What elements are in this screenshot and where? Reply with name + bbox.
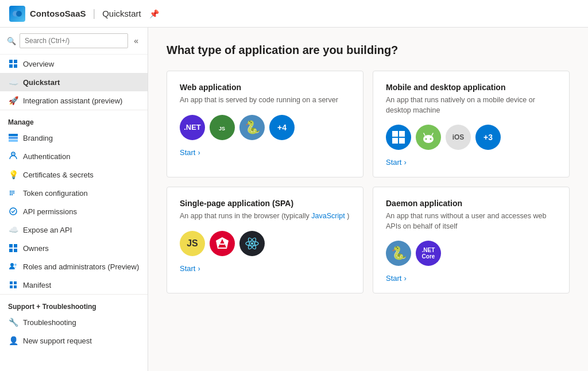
spa-start-link[interactable]: Start › <box>180 264 350 273</box>
mobile-desktop-desc: An app that runs natively on a mobile de… <box>386 95 556 115</box>
sidebar: 🔍 « Overview ☁️ Quickstart 🚀 Integration… <box>0 28 148 371</box>
svg-rect-5 <box>14 64 17 68</box>
angular-icon <box>210 231 235 256</box>
svg-text:JS: JS <box>219 126 225 132</box>
svg-rect-22 <box>9 249 13 252</box>
sidebar-item-token[interactable]: Token configuration <box>0 184 148 202</box>
manifest-icon <box>8 280 18 290</box>
svg-rect-15 <box>11 192 13 194</box>
certificates-label: Certificates & secrets <box>23 171 94 179</box>
api-permissions-icon <box>8 206 18 217</box>
svg-point-38 <box>430 138 432 140</box>
javascript-icon: JS <box>180 231 205 256</box>
sidebar-item-certificates[interactable]: 💡 Certificates & secrets <box>0 165 148 184</box>
daemon-start-link[interactable]: Start › <box>386 274 556 283</box>
start-arrow-icon: › <box>198 148 200 157</box>
app-type-cards-grid: Web application An app that is served by… <box>167 71 570 293</box>
troubleshooting-label: Troubleshooting <box>23 318 76 327</box>
spa-icons: JS <box>180 231 350 256</box>
app-logo <box>9 6 25 22</box>
sidebar-item-expose-api[interactable]: ☁️ Expose an API <box>0 221 148 239</box>
sidebar-item-overview[interactable]: Overview <box>0 55 148 73</box>
svg-line-39 <box>424 133 425 136</box>
token-icon <box>8 188 18 198</box>
sidebar-item-integration[interactable]: 🚀 Integration assistant (preview) <box>0 91 148 110</box>
topbar: ContosoSaaS | Quickstart 📌 <box>0 0 588 28</box>
svg-rect-16 <box>13 192 14 194</box>
svg-rect-23 <box>14 249 17 252</box>
integration-label: Integration assistant (preview) <box>23 96 122 105</box>
spa-desc-link[interactable]: JavaScript <box>311 212 345 220</box>
nodejs-icon: JS <box>210 115 235 140</box>
search-input[interactable] <box>20 33 128 48</box>
sidebar-item-support-request[interactable]: 👤 New support request <box>0 331 148 350</box>
svg-rect-6 <box>9 134 18 136</box>
svg-rect-2 <box>9 60 13 63</box>
svg-rect-14 <box>10 192 11 194</box>
ios-icon: iOS <box>446 125 471 150</box>
mobile-desktop-icons: iOS +3 <box>386 125 556 150</box>
start-arrow-icon-3: › <box>198 264 200 273</box>
svg-rect-32 <box>392 131 398 137</box>
expose-api-icon: ☁️ <box>8 225 18 235</box>
svg-rect-3 <box>14 60 17 63</box>
card-daemon[interactable]: Daemon application An app that runs with… <box>373 187 570 293</box>
overview-label: Overview <box>23 60 54 68</box>
collapse-button[interactable]: « <box>131 35 141 47</box>
web-app-start-link[interactable]: Start › <box>180 148 350 157</box>
sidebar-item-roles[interactable]: Roles and administrators (Preview) <box>0 257 148 276</box>
svg-point-10 <box>13 153 14 154</box>
svg-point-24 <box>10 263 14 266</box>
svg-rect-28 <box>10 285 13 288</box>
svg-rect-27 <box>14 281 17 284</box>
svg-point-36 <box>423 135 434 143</box>
spa-desc: An app that runs in the browser (typical… <box>180 211 350 222</box>
expose-api-label: Expose an API <box>23 226 72 234</box>
web-app-icons: .NET JS 🐍 +4 <box>180 115 350 140</box>
sidebar-item-owners[interactable]: Owners <box>0 239 148 257</box>
daemon-desc: An app that runs without a user and acce… <box>386 211 556 231</box>
start-arrow-icon-2: › <box>404 158 406 167</box>
svg-rect-13 <box>13 191 14 192</box>
daemon-title: Daemon application <box>386 199 556 208</box>
svg-point-25 <box>14 264 17 266</box>
manifest-label: Manifest <box>23 281 51 289</box>
support-request-icon: 👤 <box>8 335 18 346</box>
sidebar-item-troubleshooting[interactable]: 🔧 Troubleshooting <box>0 313 148 331</box>
support-section-header: Support + Troubleshooting <box>0 294 148 313</box>
quickstart-icon: ☁️ <box>8 77 18 87</box>
title-separator: | <box>93 7 96 20</box>
plus3-badge: +3 <box>475 125 501 150</box>
main-layout: 🔍 « Overview ☁️ Quickstart 🚀 Integration… <box>0 28 588 371</box>
sidebar-item-manifest[interactable]: Manifest <box>0 276 148 294</box>
card-mobile-desktop[interactable]: Mobile and desktop application An app th… <box>373 71 570 177</box>
sidebar-item-api-permissions[interactable]: API permissions <box>0 202 148 221</box>
dotnet-icon: .NET <box>180 115 205 140</box>
svg-rect-29 <box>14 285 17 288</box>
token-label: Token configuration <box>23 189 88 198</box>
mobile-desktop-start-link[interactable]: Start › <box>386 158 556 167</box>
web-app-title: Web application <box>180 83 350 92</box>
spa-desc-text: An app that runs in the browser (typical… <box>180 212 310 220</box>
manage-section-header: Manage <box>0 110 148 129</box>
plus4-badge: +4 <box>269 115 295 140</box>
pin-icon[interactable]: 📌 <box>149 9 159 18</box>
sidebar-item-authentication[interactable]: Authentication <box>0 147 148 165</box>
card-web-app[interactable]: Web application An app that is served by… <box>167 71 363 177</box>
svg-rect-35 <box>399 138 405 144</box>
android-icon <box>416 125 441 150</box>
roles-icon <box>8 261 18 272</box>
svg-rect-26 <box>10 281 13 284</box>
svg-rect-34 <box>392 138 398 144</box>
daemon-python-icon: 🐍 <box>386 241 411 266</box>
daemon-icons: 🐍 .NETCore <box>386 241 556 266</box>
svg-rect-12 <box>11 191 13 192</box>
page-title: Quickstart <box>102 9 141 18</box>
support-request-label: New support request <box>23 337 92 345</box>
card-spa[interactable]: Single-page application (SPA) An app tha… <box>167 187 363 293</box>
api-permissions-label: API permissions <box>23 207 77 216</box>
sidebar-item-branding[interactable]: Branding <box>0 129 148 147</box>
sidebar-item-quickstart[interactable]: ☁️ Quickstart <box>0 73 148 91</box>
owners-icon <box>8 243 18 253</box>
python-icon: 🐍 <box>239 115 265 140</box>
